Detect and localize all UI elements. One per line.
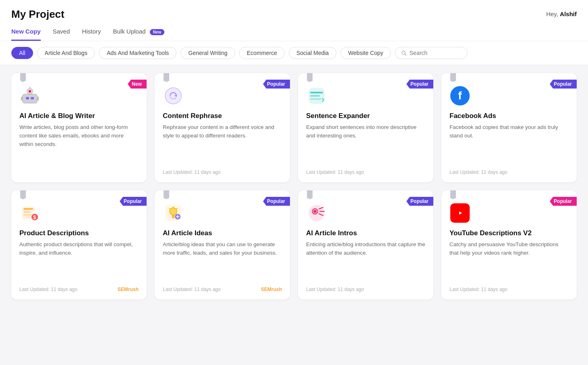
card-desc: Facebook ad copies that make your ads tr… (449, 123, 569, 164)
card-footer: Last Updated: 11 days ago (449, 287, 569, 292)
bookmark-icon (450, 190, 456, 199)
svg-rect-19 (23, 214, 32, 215)
card-updated: Last Updated: 11 days ago (449, 169, 507, 175)
svg-rect-24 (172, 215, 175, 217)
filter-social-media[interactable]: Social Media (289, 47, 336, 59)
card-title: Facebook Ads (449, 112, 569, 120)
card-tag-semrush: SEMrush (118, 287, 139, 292)
search-wrap[interactable] (395, 47, 468, 59)
bookmark-icon (20, 73, 26, 82)
bookmark-icon (450, 73, 456, 82)
search-icon (401, 50, 407, 56)
card-icon-robot (19, 85, 40, 106)
svg-rect-3 (23, 94, 37, 103)
youtube-icon (450, 203, 470, 223)
svg-rect-5 (31, 97, 34, 99)
card-title: Product Descriptions (19, 229, 139, 237)
card-title: AI Article Intros (306, 229, 425, 237)
bookmark-icon (307, 73, 313, 82)
card-updated: Last Updated: 11 days ago (19, 287, 77, 292)
filter-bar: All Article And Blogs Ads And Marketing … (0, 41, 588, 65)
bookmark-icon (164, 73, 169, 82)
card-icon-intros (306, 203, 327, 224)
svg-point-11 (165, 88, 181, 104)
card-desc: Write articles, blog posts and other lon… (19, 123, 139, 169)
filter-website-copy[interactable]: Website Copy (340, 47, 391, 59)
card-footer: Last Updated: 11 days ago (306, 287, 425, 292)
card-updated: Last Updated: 11 days ago (449, 287, 507, 292)
svg-rect-25 (172, 217, 174, 218)
svg-point-23 (170, 208, 177, 215)
svg-rect-13 (310, 92, 323, 93)
tab-saved[interactable]: Saved (53, 28, 70, 41)
card-desc: Catchy and persuasive YouTube descriptio… (449, 241, 569, 281)
svg-rect-9 (21, 97, 23, 101)
svg-line-28 (169, 208, 170, 209)
card-ai-article-intros[interactable]: Popular AI Article Intros Enticing artic… (298, 190, 433, 300)
card-badge-popular: Popular (120, 197, 147, 206)
greeting: Hey, Alshif (546, 11, 577, 17)
svg-point-8 (29, 87, 31, 88)
card-footer: Last Updated: 11 days ago (306, 169, 425, 175)
card-title: Sentence Expander (306, 112, 425, 120)
card-footer: Last Updated: 11 days ago (163, 169, 282, 175)
filter-general-writing[interactable]: General Writing (181, 47, 235, 59)
card-badge-popular: Popular (550, 80, 577, 89)
card-ai-article-blog-writer[interactable]: New AI Article & Blog Writer Write artic… (11, 73, 147, 182)
bookmark-icon (307, 190, 313, 199)
filter-ads-marketing[interactable]: Ads And Marketing Tools (99, 47, 176, 59)
card-icon-expand (306, 85, 327, 106)
card-updated: Last Updated: 11 days ago (306, 287, 364, 292)
tab-history[interactable]: History (82, 28, 101, 41)
card-footer: Last Updated: 11 days ago SEMrush (19, 287, 139, 292)
svg-rect-17 (23, 208, 33, 210)
card-badge-popular: Popular (550, 197, 577, 206)
svg-point-34 (314, 210, 316, 213)
card-ai-article-ideas[interactable]: Popular AI Article Ideas Article/blog id… (155, 190, 290, 300)
card-title: AI Article Ideas (163, 229, 282, 237)
card-title: AI Article & Blog Writer (19, 112, 139, 120)
tab-new-copy[interactable]: New Copy (11, 28, 41, 41)
facebook-icon: f (450, 86, 470, 105)
card-icon-rephrase (163, 85, 184, 106)
card-youtube-descriptions[interactable]: Popular YouTube Descriptions V2 Catchy a… (441, 190, 577, 300)
card-footer: Last Updated: 11 days ago SEMrush (163, 287, 282, 292)
card-title: YouTube Descriptions V2 (449, 229, 569, 237)
card-updated: Last Updated: 11 days ago (306, 169, 364, 175)
card-icon-product: $ (19, 203, 40, 224)
card-badge-popular: Popular (406, 197, 433, 206)
card-desc: Rephrase your content in a different voi… (163, 123, 282, 164)
card-badge-popular: Popular (263, 80, 290, 89)
svg-marker-38 (459, 211, 462, 215)
card-desc: Authentic product descriptions that will… (19, 241, 139, 281)
card-sentence-expander[interactable]: Popular Sentence Expander Expand short s… (298, 73, 433, 182)
svg-rect-18 (23, 211, 31, 213)
svg-line-27 (176, 208, 177, 209)
card-tag-semrush: SEMrush (261, 287, 282, 292)
card-content-rephrase[interactable]: Popular Content Rephrase Rephrase your c… (155, 73, 290, 182)
card-updated: Last Updated: 11 days ago (163, 169, 220, 175)
card-icon-ideas (163, 203, 184, 224)
search-input[interactable] (410, 50, 458, 56)
card-footer: Last Updated: 11 days ago (449, 169, 569, 175)
filter-article-blogs[interactable]: Article And Blogs (37, 47, 95, 59)
card-title: Content Rephrase (163, 112, 282, 120)
greeting-name: Alshif (560, 11, 577, 17)
card-product-descriptions[interactable]: Popular $ Product Descriptions Authentic… (11, 190, 147, 300)
cards-area: New AI Article & Blog Writer Write artic… (0, 65, 588, 308)
svg-rect-4 (26, 97, 29, 99)
card-badge-popular: Popular (263, 197, 290, 206)
card-badge-popular: Popular (406, 80, 433, 89)
card-icon-facebook: f (449, 85, 470, 106)
card-desc: Enticing article/blog introductions that… (306, 241, 425, 281)
card-badge-new: New (128, 80, 147, 89)
card-facebook-ads[interactable]: Popular f Facebook Ads Facebook ad copie… (441, 73, 577, 182)
bookmark-icon (20, 190, 26, 199)
filter-all[interactable]: All (11, 47, 33, 59)
svg-point-6 (29, 90, 31, 93)
card-desc: Expand short sentences into more descrip… (306, 123, 425, 164)
bulk-upload-badge: New (150, 29, 165, 35)
filter-ecommerce[interactable]: Ecommerce (239, 47, 285, 59)
tab-bulk-upload[interactable]: Bulk Upload New (113, 28, 165, 41)
svg-rect-14 (310, 95, 320, 97)
